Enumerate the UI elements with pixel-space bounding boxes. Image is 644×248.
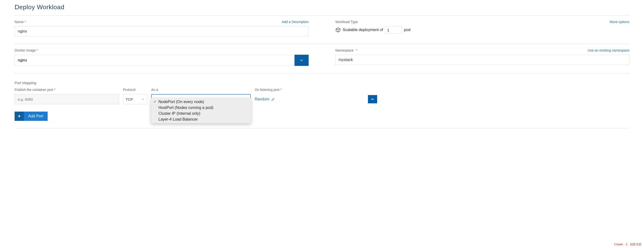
remove-port-button[interactable]: − — [368, 95, 377, 103]
as-a-option-l4lb[interactable]: Layer-4 Load Balancer — [151, 116, 251, 122]
pod-count-input[interactable] — [385, 26, 402, 34]
port-mapping-label: Port Mapping — [14, 81, 630, 85]
deployment-cube-icon — [335, 27, 341, 32]
name-label: Name* — [14, 20, 26, 24]
name-input[interactable] — [14, 26, 309, 36]
add-port-button[interactable]: + Add Port — [14, 112, 48, 121]
docker-image-input[interactable] — [14, 55, 294, 66]
use-existing-namespace-link[interactable]: Use an existing namespace — [588, 48, 630, 52]
workload-type-label: Workload Type — [335, 20, 358, 24]
pencil-icon[interactable] — [271, 97, 275, 101]
namespace-input[interactable] — [335, 55, 630, 65]
divider — [14, 44, 630, 44]
more-options-link[interactable]: More options — [610, 20, 630, 24]
chevron-down-icon — [141, 98, 144, 101]
protocol-select[interactable]: TCP — [123, 94, 147, 104]
workload-type-prefix: Scalable deployment of — [343, 28, 383, 32]
page-title: Deploy Workload — [14, 4, 630, 11]
container-port-input[interactable] — [14, 94, 119, 104]
as-a-option-nodeport[interactable]: NodePort (On every node) — [151, 99, 251, 105]
add-port-label: Add Port — [24, 112, 48, 121]
publish-port-label: Publish the container port* — [14, 88, 119, 92]
workload-type-suffix: pod — [404, 28, 410, 32]
docker-image-label: Docker Image* — [14, 48, 38, 52]
divider — [14, 73, 630, 74]
divider — [14, 15, 630, 16]
add-description-link[interactable]: Add a Description — [282, 20, 309, 24]
on-listening-port-label: On listening port* — [255, 88, 364, 92]
namespace-label: Namespace* — [335, 48, 357, 52]
protocol-value: TCP — [126, 97, 133, 102]
chevron-down-icon — [299, 58, 304, 63]
protocol-label: Protocol — [123, 88, 147, 92]
divider — [14, 128, 630, 128]
as-a-label: As a — [151, 88, 251, 92]
as-a-dropdown: NodePort (On every node) HostPort (Nodes… — [151, 98, 251, 123]
plus-icon: + — [14, 112, 24, 121]
as-a-option-clusterip[interactable]: Cluster IP (Internal only) — [151, 111, 251, 116]
docker-image-dropdown-button[interactable] — [294, 55, 309, 66]
as-a-option-hostport[interactable]: HostPort (Nodes running a pod) — [151, 105, 251, 111]
listening-port-value[interactable]: Random — [255, 97, 269, 102]
